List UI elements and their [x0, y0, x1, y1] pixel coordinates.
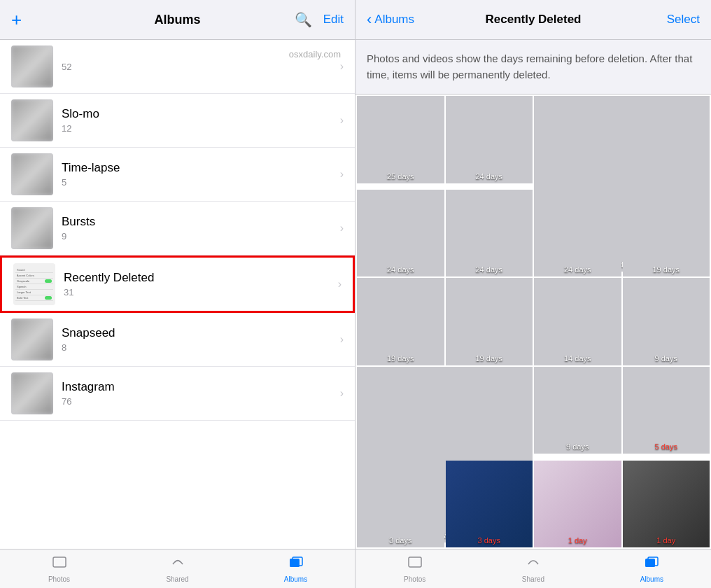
list-item[interactable]: Time-lapse 5 ›	[0, 148, 355, 202]
albums-tab-icon	[288, 554, 304, 574]
photo-cell[interactable]: 3 days	[357, 461, 444, 548]
photo-cell[interactable]: 19 days	[446, 278, 533, 365]
album-list: 52 › Slo-mo 12 › Time-lapse 5 ›	[0, 40, 355, 549]
photos-tab-icon	[407, 554, 423, 574]
photos-tab-icon	[52, 554, 67, 574]
back-button[interactable]: ‹ Albums	[367, 10, 414, 29]
tab-albums[interactable]: Albums	[237, 550, 355, 588]
shared-tab-label: Shared	[166, 575, 188, 583]
photo-cell[interactable]: 25 days	[357, 96, 444, 183]
photo-cell[interactable]: 14 days	[534, 278, 621, 365]
photo-cell[interactable]: 24 days	[534, 190, 621, 277]
album-info: Slo-mo 12	[53, 107, 340, 134]
album-count: 52	[62, 62, 332, 72]
album-thumbnail	[11, 99, 53, 141]
album-info: Bursts 9	[53, 215, 340, 241]
days-badge: 24 days	[357, 265, 444, 274]
left-panel: + Albums 🔍 Edit osxdaily.com 52 › Slo-mo	[0, 0, 356, 588]
search-icon[interactable]: 🔍	[295, 11, 312, 28]
photo-cell[interactable]: 19 days	[623, 190, 710, 277]
photo-cell[interactable]: 9 days	[534, 367, 621, 454]
chevron-right-icon: ›	[340, 387, 344, 400]
svg-rect-1	[55, 559, 64, 566]
right-panel: ‹ Albums Recently Deleted Select Photos …	[356, 0, 711, 588]
days-badge: 3 days	[357, 536, 444, 545]
left-tab-bar: Photos Shared Albums	[0, 549, 355, 588]
album-thumbnail	[11, 318, 53, 360]
photos-tab-label: Photos	[404, 575, 425, 583]
album-count: 8	[62, 342, 332, 353]
select-button[interactable]: Select	[667, 13, 700, 27]
photo-cell[interactable]: 1 day	[623, 461, 710, 548]
albums-tab-label: Albums	[284, 575, 307, 583]
days-badge: 1 day	[623, 536, 710, 545]
photo-cell[interactable]: 19 days	[357, 278, 444, 365]
album-info: Time-lapse 5	[53, 161, 340, 188]
album-name: Snapseed	[62, 326, 332, 340]
photo-grid: 25 days 24 days 24 days 24 days 24 days …	[356, 94, 711, 549]
chevron-right-icon: ›	[340, 114, 344, 127]
days-badge: 24 days	[446, 172, 533, 181]
edit-button[interactable]: Edit	[323, 13, 344, 27]
days-badge: 14 days	[534, 354, 621, 363]
albums-tab-icon	[644, 554, 659, 574]
album-name: Instagram	[62, 380, 332, 394]
album-thumbnail: Sound Accent Colors Grayscale Speech Lar…	[13, 263, 55, 305]
days-badge: 1 day	[534, 536, 621, 545]
album-count: 31	[64, 287, 330, 298]
album-thumbnail	[11, 207, 53, 249]
right-tab-albums[interactable]: Albums	[593, 550, 711, 588]
album-count: 5	[62, 177, 332, 188]
days-badge: 9 days	[623, 354, 710, 363]
photo-cell[interactable]: 24 days	[446, 190, 533, 277]
days-badge: 9 days	[534, 442, 621, 451]
days-badge: 25 days	[357, 172, 444, 181]
photo-cell[interactable]: 1 day	[534, 461, 621, 548]
album-count: 9	[62, 231, 332, 241]
photo-cell[interactable]: 3 days	[446, 461, 533, 548]
header-right-buttons: 🔍 Edit	[295, 11, 344, 28]
left-panel-title: Albums	[154, 13, 200, 27]
info-text: Photos and videos show the days remainin…	[356, 40, 711, 94]
album-name: Time-lapse	[62, 161, 332, 175]
album-thumbnail	[11, 46, 53, 88]
chevron-left-icon: ‹	[367, 10, 372, 29]
album-name: Bursts	[62, 215, 332, 229]
list-item[interactable]: 52 ›	[0, 40, 355, 94]
list-item[interactable]: Bursts 9 ›	[0, 202, 355, 255]
days-badge: 24 days	[446, 265, 533, 274]
right-tab-photos[interactable]: Photos	[356, 550, 474, 588]
tab-photos[interactable]: Photos	[0, 550, 118, 588]
days-badge: 19 days	[623, 265, 710, 274]
back-label: Albums	[374, 13, 414, 27]
album-info: Snapseed 8	[53, 326, 340, 353]
days-badge: 24 days	[534, 265, 621, 274]
album-thumbnail	[11, 372, 53, 414]
photo-cell[interactable]: 24 days	[357, 190, 444, 277]
photos-tab-label: Photos	[48, 575, 70, 583]
svg-rect-0	[53, 557, 66, 567]
list-item[interactable]: Snapseed 8 ›	[0, 313, 355, 367]
right-tab-shared[interactable]: Shared	[474, 550, 592, 588]
right-header: ‹ Albums Recently Deleted Select	[356, 0, 711, 40]
chevron-right-icon: ›	[340, 60, 344, 73]
chevron-right-icon: ›	[338, 278, 342, 290]
photo-cell[interactable]: 9 days	[623, 278, 710, 365]
photo-cell[interactable]: 24 days	[446, 96, 533, 183]
days-badge: 5 days	[623, 442, 710, 451]
tab-shared[interactable]: Shared	[118, 550, 237, 588]
album-info: Instagram 76	[53, 380, 340, 407]
album-info: 52	[53, 62, 340, 72]
photo-cell[interactable]: 5 days	[623, 367, 710, 454]
settings-preview: Sound Accent Colors Grayscale Speech Lar…	[13, 263, 55, 305]
album-name: Slo-mo	[62, 107, 332, 121]
recently-deleted-item[interactable]: Sound Accent Colors Grayscale Speech Lar…	[0, 255, 355, 313]
album-name: Recently Deleted	[64, 271, 330, 285]
list-item[interactable]: Slo-mo 12 ›	[0, 94, 355, 148]
album-count: 12	[62, 123, 332, 134]
add-album-button[interactable]: +	[11, 9, 22, 31]
days-badge: 3 days	[446, 536, 533, 545]
chevron-right-icon: ›	[340, 333, 344, 346]
album-info: Recently Deleted 31	[55, 271, 338, 298]
list-item[interactable]: Instagram 76 ›	[0, 367, 355, 421]
